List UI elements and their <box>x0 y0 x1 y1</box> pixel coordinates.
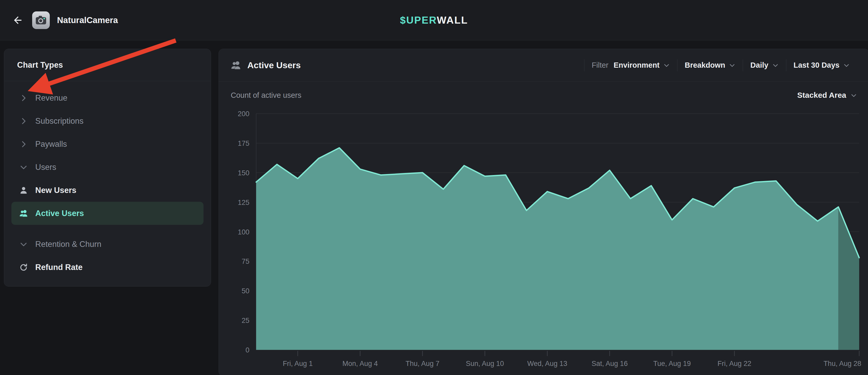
chart-card-header: Active Users FilterEnvironmentBreakdownD… <box>219 49 868 82</box>
app-title: NaturalCamera <box>57 15 118 25</box>
sidebar-list: RevenueSubscriptionsPaywallsUsersNew Use… <box>4 81 211 279</box>
back-button[interactable] <box>11 13 25 27</box>
sidebar-title: Chart Types <box>4 49 211 81</box>
x-axis-label: Fri, Aug 1 <box>283 360 313 368</box>
chevron-right-icon <box>19 94 28 102</box>
x-axis-label: Mon, Aug 4 <box>342 360 378 368</box>
y-axis-label: 25 <box>242 317 249 324</box>
sidebar-item-label: Users <box>35 163 56 172</box>
y-axis-label: 200 <box>238 110 249 118</box>
sidebar-item-revenue[interactable]: Revenue <box>11 86 204 110</box>
chevron-right-icon <box>19 117 28 126</box>
refresh-icon <box>19 263 28 272</box>
chevron-down-icon <box>19 240 28 249</box>
sidebar-item-active-users[interactable]: Active Users <box>11 202 204 225</box>
x-axis-label: Fri, Aug 22 <box>717 360 751 368</box>
breakdown-dropdown[interactable]: Breakdown <box>677 61 743 69</box>
chart-style-label: Stacked Area <box>797 91 846 100</box>
chart-style-dropdown[interactable]: Stacked Area <box>797 91 857 100</box>
active-users-card: Active Users FilterEnvironmentBreakdownD… <box>219 49 868 375</box>
daily-dropdown[interactable]: Daily <box>743 61 786 69</box>
sidebar-item-users[interactable]: Users <box>11 156 204 179</box>
sidebar-item-subscriptions[interactable]: Subscriptions <box>11 110 204 132</box>
chevron-down-icon <box>843 62 850 69</box>
x-axis-label: Sun, Aug 10 <box>466 360 504 368</box>
x-axis-label: Wed, Aug 13 <box>527 360 567 368</box>
sidebar-item-refund-rate[interactable]: Refund Rate <box>11 256 204 279</box>
chevron-right-icon <box>19 140 28 149</box>
logo-rest: WALL <box>437 14 468 26</box>
y-axis-label: 50 <box>242 287 249 295</box>
logo-accent: $UPER <box>400 14 437 26</box>
users-icon <box>231 60 241 70</box>
y-axis-label: 175 <box>238 139 249 147</box>
area-series-incomplete <box>838 207 859 350</box>
x-axis-label: Sat, Aug 16 <box>592 360 628 368</box>
chart-types-sidebar: Chart Types RevenueSubscriptionsPaywalls… <box>4 49 211 287</box>
y-axis-label: 75 <box>242 257 249 265</box>
chevron-down-icon <box>729 62 736 69</box>
sidebar-item-label: Retention & Churn <box>35 240 101 249</box>
x-axis-label: Thu, Aug 7 <box>405 360 439 368</box>
chevron-down-icon <box>19 163 28 172</box>
superwall-logo: $UPERWALL <box>400 14 468 26</box>
sidebar-item-label: Active Users <box>35 209 84 218</box>
chevron-down-icon <box>850 92 857 98</box>
chart-subheader: Count of active users Stacked Area <box>219 82 868 109</box>
arrow-left-icon <box>12 15 23 26</box>
y-axis-label: 150 <box>238 169 249 177</box>
area-series <box>256 148 838 350</box>
sidebar-item-label: Revenue <box>35 93 67 103</box>
chart-subtitle: Count of active users <box>231 91 301 100</box>
y-axis-label: 0 <box>246 346 249 354</box>
topbar: NaturalCamera $UPERWALL <box>0 0 868 40</box>
filter-environment-dropdown[interactable]: FilterEnvironment <box>584 61 677 69</box>
last-30-days-dropdown[interactable]: Last 30 Days <box>786 61 857 69</box>
active-users-area-chart: 0255075100125150175200Fri, Aug 1Mon, Aug… <box>219 109 868 375</box>
user-icon <box>19 186 28 195</box>
sidebar-item-label: Subscriptions <box>35 117 84 126</box>
chart-controls: FilterEnvironmentBreakdownDailyLast 30 D… <box>584 59 857 71</box>
chevron-down-icon <box>663 62 670 69</box>
chevron-down-icon <box>772 62 779 69</box>
x-axis-label: Thu, Aug 28 <box>824 360 861 368</box>
y-axis-label: 125 <box>238 199 249 207</box>
control-label: Breakdown <box>685 61 725 69</box>
sidebar-item-label: Paywalls <box>35 139 67 149</box>
sidebar-item-label: Refund Rate <box>35 263 83 272</box>
chart-title: Active Users <box>247 60 301 70</box>
x-axis-label: Tue, Aug 19 <box>653 360 691 368</box>
camera-app-icon <box>32 11 50 29</box>
sidebar-item-new-users[interactable]: New Users <box>11 179 204 202</box>
sidebar-item-retention-churn[interactable]: Retention & Churn <box>11 232 204 256</box>
y-axis-label: 100 <box>238 228 249 236</box>
sidebar-item-label: New Users <box>35 186 76 195</box>
control-label: Environment <box>614 61 659 69</box>
sidebar-item-paywalls[interactable]: Paywalls <box>11 132 204 156</box>
control-label: Last 30 Days <box>794 61 839 69</box>
users-icon <box>19 209 28 218</box>
control-prefix: Filter <box>592 61 608 69</box>
control-label: Daily <box>750 61 768 69</box>
